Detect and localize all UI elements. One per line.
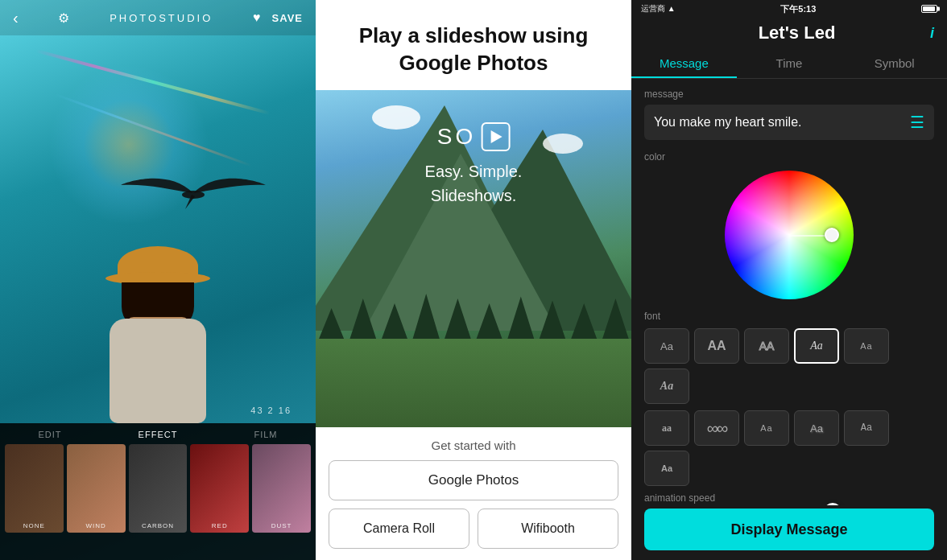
battery-area — [921, 5, 937, 13]
tab-edit[interactable]: EDIT — [39, 430, 62, 439]
camera-roll-button[interactable]: Camera Roll — [329, 509, 469, 549]
font-item-0[interactable]: Aa — [644, 328, 689, 364]
message-label: message — [644, 89, 934, 100]
tab-message[interactable]: Message — [631, 50, 737, 78]
filter-red-label: RED — [190, 522, 249, 529]
led-content: message You make my heart smile. ☰ color… — [631, 79, 947, 505]
solo-image: SO Easy. Simple.Slideshows. — [316, 90, 631, 427]
ground — [316, 339, 631, 427]
snow-cap-2 — [543, 134, 583, 154]
photostudio-panel: 43 2 16 ‹ ⚙ PHOTOSTUDIO ♥ SAVE EDIT EFFE… — [0, 0, 316, 560]
timestamp: 43 2 16 — [250, 406, 292, 415]
solo-heading: Play a slideshow using Google Photos — [332, 23, 615, 77]
color-label: color — [644, 151, 934, 163]
font-item-5[interactable]: Aa — [644, 369, 689, 404]
font-item-11[interactable]: Aa — [644, 451, 689, 486]
font-item-3[interactable]: Aa — [794, 328, 839, 364]
filter-carbon-label: CARBON — [129, 522, 188, 529]
solo-header: Play a slideshow using Google Photos — [316, 0, 631, 90]
led-header: Let's Led i — [631, 18, 947, 50]
save-button[interactable]: SAVE — [272, 12, 303, 24]
filter-wind[interactable]: WIND — [67, 444, 126, 533]
logo-brand: SO — [437, 122, 510, 151]
font-item-8[interactable]: Aa — [744, 410, 789, 446]
tab-time[interactable]: Time — [737, 50, 842, 78]
tab-symbol[interactable]: Symbol — [842, 50, 947, 78]
font-item-9[interactable]: Aa — [794, 410, 839, 446]
tab-film[interactable]: FILM — [254, 430, 277, 439]
battery-icon — [921, 5, 937, 13]
lets-led-panel: 运营商 ▲ 下午5:13 Let's Led i Message Time Sy… — [631, 0, 947, 560]
font-row-2: aa ∞∞ Aa Aa Aa Aa — [644, 410, 934, 486]
filter-none-label: NONE — [5, 522, 64, 529]
font-item-6[interactable]: aa — [644, 410, 689, 446]
font-row-1: Aa AA AA Aa Aa Aa — [644, 328, 934, 404]
carrier-label: 运营商 ▲ — [641, 3, 676, 14]
person-body — [110, 319, 206, 423]
filter-carbon[interactable]: CARBON — [129, 444, 188, 533]
font-item-7[interactable]: ∞∞ — [694, 410, 739, 446]
color-handle[interactable] — [825, 228, 839, 242]
play-triangle — [491, 130, 502, 143]
color-wheel-container — [644, 171, 934, 299]
status-bar: 运营商 ▲ 下午5:13 — [631, 0, 947, 18]
display-message-button[interactable]: Display Message — [644, 509, 934, 550]
heart-icon[interactable]: ♥ — [253, 10, 261, 25]
filter-none[interactable]: NONE — [5, 444, 64, 533]
led-tabs: Message Time Symbol — [631, 50, 947, 79]
filter-dust-label: DUST — [252, 522, 311, 529]
filmstrip: EDIT EFFECT FILM NONE WIND CARBON RED DU… — [0, 423, 316, 560]
message-text[interactable]: You make my heart smile. — [654, 115, 910, 130]
list-icon[interactable]: ☰ — [910, 113, 924, 132]
info-button[interactable]: i — [930, 25, 934, 42]
solo-tagline: Easy. Simple.Slideshows. — [425, 159, 523, 208]
solo-logo: SO Easy. Simple.Slideshows. — [425, 122, 523, 208]
ps-topbar: ‹ ⚙ PHOTOSTUDIO ♥ SAVE — [0, 0, 316, 35]
wifibooth-button[interactable]: Wifibooth — [478, 509, 618, 549]
solo-panel: Play a slideshow using Google Photos SO … — [316, 0, 631, 560]
topbar-right: ♥ SAVE — [253, 10, 303, 25]
secondary-buttons: Camera Roll Wifibooth — [329, 509, 618, 549]
filter-red[interactable]: RED — [190, 444, 249, 533]
color-wheel[interactable] — [725, 171, 854, 299]
back-button[interactable]: ‹ — [13, 9, 19, 27]
display-btn-container: Display Message — [631, 505, 947, 560]
font-item-4[interactable]: Aa — [844, 328, 889, 364]
filter-thumbnails: NONE WIND CARBON RED DUST — [0, 444, 316, 533]
app-title: PHOTOSTUDIO — [110, 12, 213, 24]
tab-effect[interactable]: EFFECT — [139, 430, 178, 439]
font-label: font — [644, 311, 934, 322]
get-started-label: Get started with — [329, 439, 618, 452]
message-row: You make my heart smile. ☰ — [644, 105, 934, 140]
logo-text: SO — [437, 124, 476, 150]
solo-bottom: Get started with Google Photos Camera Ro… — [316, 427, 631, 560]
filter-wind-label: WIND — [67, 522, 126, 529]
logo-play-icon — [481, 122, 510, 151]
time-label: 下午5:13 — [780, 3, 816, 15]
snow-cap-1 — [372, 105, 420, 130]
app-title: Let's Led — [664, 23, 930, 43]
font-item-2[interactable]: AA — [744, 328, 789, 364]
anim-speed-label: animation speed — [644, 492, 934, 504]
battery-fill — [923, 6, 935, 11]
bottom-tabs: EDIT EFFECT FILM — [0, 423, 316, 444]
gear-icon[interactable]: ⚙ — [58, 10, 69, 26]
bird-silhouette — [121, 161, 266, 225]
person-figure — [77, 246, 238, 423]
filter-dust[interactable]: DUST — [252, 444, 311, 533]
font-item-1[interactable]: AA — [694, 328, 739, 364]
google-photos-button[interactable]: Google Photos — [329, 460, 618, 500]
font-item-10[interactable]: Aa — [844, 410, 889, 446]
